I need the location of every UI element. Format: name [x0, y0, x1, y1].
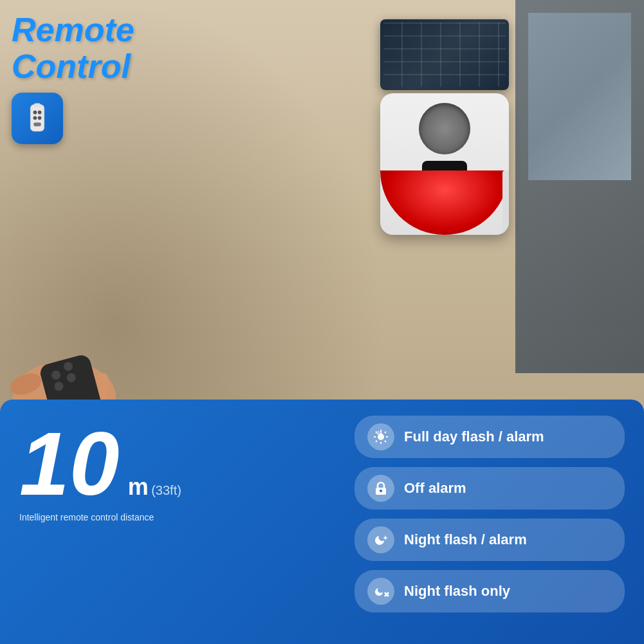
- night-flash-only-label: Night flash only: [404, 583, 510, 600]
- moon-flash-icon: [367, 526, 394, 553]
- alarm-speaker: [419, 103, 470, 154]
- svg-line-24: [376, 432, 377, 433]
- svg-rect-1: [34, 104, 41, 107]
- distance-unit: m: [128, 474, 149, 500]
- feature-night-flash-alarm[interactable]: Night flash / alarm: [354, 519, 625, 561]
- feature-off-alarm[interactable]: Off alarm: [354, 467, 625, 510]
- distance-number: 10: [19, 419, 120, 509]
- svg-point-4: [33, 116, 37, 120]
- svg-line-27: [376, 441, 377, 442]
- svg-point-5: [38, 116, 42, 120]
- alarm-body: [380, 93, 509, 235]
- off-alarm-label: Off alarm: [404, 480, 466, 497]
- svg-point-2: [33, 111, 37, 115]
- page-title: Remote Control: [12, 12, 134, 85]
- alarm-red-dome: [380, 170, 509, 235]
- svg-rect-6: [33, 123, 41, 127]
- sun-24h-icon: 24: [367, 423, 394, 450]
- remote-icon-box: [12, 93, 63, 144]
- lock-off-icon: [367, 475, 394, 502]
- svg-line-25: [385, 441, 386, 442]
- feature-full-day[interactable]: 24 Full day flash / alarm: [354, 416, 625, 458]
- solar-alarm-device: [354, 19, 509, 235]
- svg-rect-0: [30, 105, 44, 131]
- window-glass: [528, 13, 631, 180]
- svg-point-3: [38, 111, 42, 115]
- remote-control-icon: [21, 102, 53, 134]
- distance-subunit: (33ft): [151, 483, 181, 497]
- mount-bracket: [502, 170, 509, 235]
- distance-description: Intelligent remote control distance: [19, 512, 181, 522]
- svg-point-29: [380, 490, 382, 492]
- solar-panel: [380, 19, 509, 90]
- window-frame: [515, 0, 644, 373]
- svg-line-26: [385, 432, 386, 433]
- features-section: 24 Full day flash / alarm: [354, 416, 625, 621]
- night-flash-only-icon: [367, 578, 394, 605]
- info-panel: 10 m (33ft) Intelligent remote control d…: [0, 400, 644, 644]
- night-flash-alarm-label: Night flash / alarm: [404, 531, 527, 548]
- feature-night-flash-only[interactable]: Night flash only: [354, 570, 625, 612]
- distance-section: 10 m (33ft) Intelligent remote control d…: [19, 419, 181, 522]
- title-container: Remote Control: [12, 12, 134, 144]
- full-day-label: Full day flash / alarm: [404, 428, 544, 445]
